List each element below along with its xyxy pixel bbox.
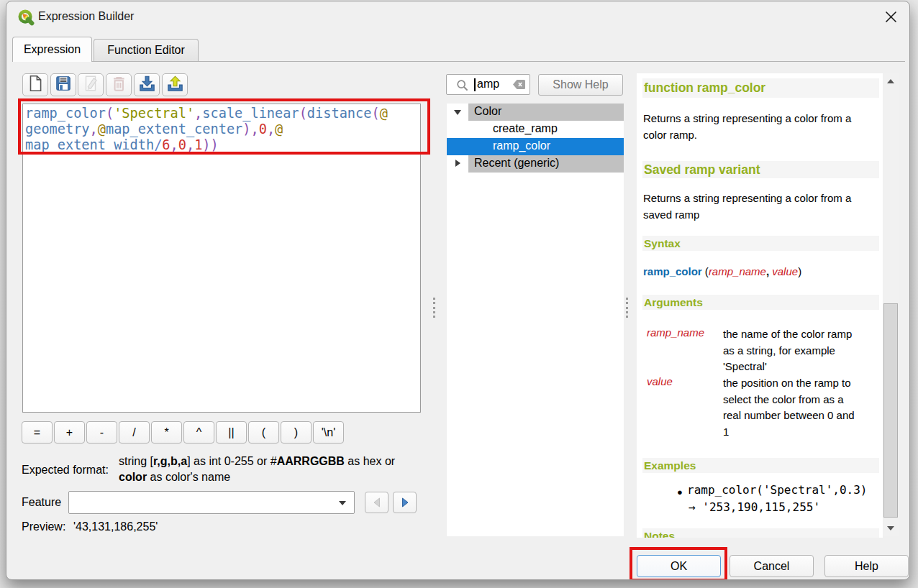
text-caret <box>474 78 476 91</box>
help-description: Returns a string representing a color fr… <box>643 111 871 143</box>
help-variant-description: Returns a string representing a color fr… <box>643 190 871 223</box>
splitter-grip-dot[interactable] <box>626 307 628 309</box>
function-help-panel: function ramp_color Returns a string rep… <box>637 73 883 538</box>
help-syntax-title: Syntax <box>642 236 879 251</box>
next-arrow-icon <box>399 496 412 509</box>
help-title: function ramp_color <box>642 78 879 98</box>
feature-label: Feature <box>22 496 61 509</box>
splitter-grip-dot[interactable] <box>626 302 628 304</box>
desktop-background: Expression Builder Expression Function E… <box>0 0 918 588</box>
operator-button[interactable]: = <box>22 421 53 444</box>
new-file-icon <box>26 74 45 96</box>
help-variant-title: Saved ramp variant <box>642 161 879 178</box>
close-button[interactable] <box>885 11 897 23</box>
export-expressions-button[interactable] <box>162 73 188 96</box>
expected-format-text: string [r,g,b,a] as int 0-255 or #AARRGG… <box>119 454 435 484</box>
tab-function-editor[interactable]: Function Editor <box>94 39 199 62</box>
tree-item-create-ramp[interactable]: create_ramp <box>447 121 624 138</box>
help-syntax-line: ramp_color (ramp_name, value) <box>643 264 871 280</box>
title-bar: Expression Builder <box>6 1 909 33</box>
expression-builder-dialog: Expression Builder Expression Function E… <box>6 1 910 580</box>
expression-editor[interactable]: ramp_color('Spectral',scale_linear(dista… <box>22 104 421 413</box>
scrollbar-thumb[interactable] <box>883 303 898 518</box>
show-help-button[interactable]: Show Help <box>538 74 623 96</box>
export-icon <box>165 74 185 96</box>
expression-code-line: geometry,@map_extent_center),0,@ <box>25 121 420 137</box>
scroll-up-icon <box>887 79 894 83</box>
help-notes-title: Notes <box>642 528 879 538</box>
operator-button[interactable]: / <box>119 421 150 444</box>
import-expressions-button[interactable] <box>134 73 160 96</box>
search-input[interactable]: amp <box>446 74 530 95</box>
operator-buttons: =+-/*^||()'\n' <box>22 421 344 444</box>
search-icon <box>456 79 469 92</box>
operator-button[interactable]: ^ <box>183 421 214 444</box>
splitter-grip-dot[interactable] <box>433 307 435 309</box>
scroll-down-icon <box>887 526 894 530</box>
expression-code-line: map_extent_width/6,0,1)) <box>25 137 420 153</box>
splitter-grip-dot[interactable] <box>433 311 435 313</box>
qgis-logo-icon <box>18 9 35 26</box>
splitter-grip-dot[interactable] <box>626 298 628 300</box>
save-expression-button[interactable] <box>50 73 76 96</box>
tree-item-ramp-color[interactable]: ramp_color <box>447 138 624 155</box>
tree-item-label: Recent (generic) <box>474 157 559 170</box>
help-arguments-title: Arguments <box>642 295 879 310</box>
expression-code-line: ramp_color('Spectral',scale_linear(dista… <box>25 106 420 121</box>
tree-item-recent-generic[interactable]: Recent (generic) <box>447 155 624 173</box>
tab-expression[interactable]: Expression <box>12 37 92 62</box>
operator-button[interactable]: '\n' <box>313 421 344 444</box>
preview-value: '43,131,186,255' <box>73 520 158 533</box>
operator-button[interactable]: + <box>54 421 85 444</box>
ok-button[interactable]: OK <box>637 555 721 577</box>
splitter-grip-dot[interactable] <box>626 316 628 318</box>
splitter-grip-dot[interactable] <box>433 316 435 318</box>
operator-button[interactable]: ) <box>281 421 312 444</box>
clear-search-icon[interactable] <box>512 79 526 90</box>
collapsed-arrow-icon[interactable] <box>455 160 460 167</box>
tab-pane-border <box>12 61 905 62</box>
tree-item-color[interactable]: Color <box>447 104 624 121</box>
combo-dropdown-icon <box>339 501 346 505</box>
splitter-grip-dot[interactable] <box>626 311 628 313</box>
help-button[interactable]: Help <box>824 555 909 577</box>
function-tree: Colorcreate_rampramp_colorRecent (generi… <box>447 104 624 536</box>
argument-name: ramp_name <box>647 326 704 339</box>
scroll-down-button[interactable] <box>883 520 899 536</box>
help-examples-title: Examples <box>642 458 879 473</box>
scroll-up-button[interactable] <box>883 73 899 89</box>
argument-description: the position on the ramp to select the c… <box>723 375 863 440</box>
operator-button[interactable]: - <box>86 421 117 444</box>
next-feature-button[interactable] <box>393 492 417 513</box>
search-value: amp <box>477 78 499 91</box>
bullet-icon: ● <box>677 487 683 497</box>
import-icon <box>137 74 157 96</box>
expected-format-label: Expected format: <box>22 464 109 477</box>
previous-arrow-icon <box>371 496 383 509</box>
edit-expression-button <box>78 73 104 96</box>
tree-item-label: Color <box>474 105 501 118</box>
splitter-grip-dot[interactable] <box>433 298 435 300</box>
delete-expression-button <box>106 73 132 96</box>
trash-icon <box>109 74 128 96</box>
preview-label: Preview: <box>22 520 65 533</box>
help-scrollbar[interactable] <box>883 73 899 536</box>
new-expression-button[interactable] <box>22 73 48 96</box>
pencil-icon <box>81 74 100 96</box>
operator-button[interactable]: ( <box>248 421 279 444</box>
previous-feature-button[interactable] <box>365 492 388 513</box>
tree-item-label: ramp_color <box>493 139 550 152</box>
argument-name: value <box>647 375 673 387</box>
operator-button[interactable]: || <box>216 421 247 444</box>
feature-combobox[interactable] <box>68 491 355 514</box>
window-title: Expression Builder <box>38 10 134 23</box>
argument-description: the name of the color ramp as a string, … <box>723 326 863 375</box>
tree-item-label: create_ramp <box>493 122 558 135</box>
operator-button[interactable]: * <box>151 421 182 444</box>
expanded-arrow-icon[interactable] <box>454 110 461 115</box>
save-icon <box>54 74 73 96</box>
splitter-grip-dot[interactable] <box>433 302 435 304</box>
cancel-button[interactable]: Cancel <box>730 555 814 577</box>
